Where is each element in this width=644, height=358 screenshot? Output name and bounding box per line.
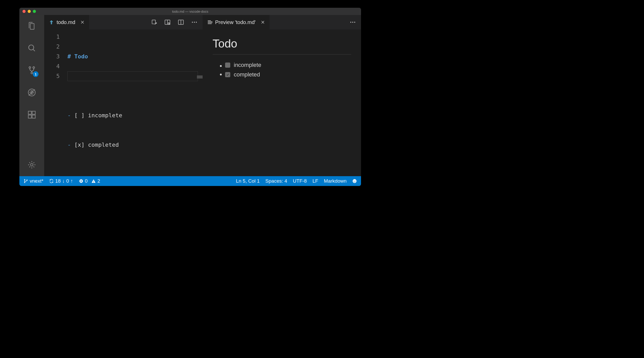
overview-ruler-mark: [197, 75, 203, 79]
svg-point-28: [352, 22, 353, 23]
tab-preview[interactable]: Preview 'todo.md': [203, 15, 270, 29]
search-icon[interactable]: [26, 42, 38, 54]
md-heading-marker: #: [67, 53, 74, 60]
status-sync[interactable]: 18↓ 0↑: [49, 178, 73, 184]
warning-count: 2: [97, 178, 100, 184]
tabs-row-right: Preview 'todo.md': [203, 15, 361, 29]
svg-point-32: [27, 180, 27, 181]
svg-rect-14: [152, 20, 155, 24]
tab-close-icon[interactable]: [260, 19, 266, 25]
svg-line-1: [33, 49, 35, 51]
svg-point-38: [353, 179, 357, 183]
svg-rect-10: [32, 111, 35, 114]
line-gutter: 1 2 3 4 5: [44, 29, 67, 176]
window-maximize-button[interactable]: [33, 10, 36, 13]
source-control-icon[interactable]: 1: [26, 64, 38, 76]
checkbox-unchecked-icon: [225, 63, 230, 68]
arrow-up-icon: ↑: [71, 178, 73, 184]
svg-point-11: [30, 164, 33, 166]
status-language[interactable]: Markdown: [324, 178, 347, 184]
md-heading-text: Todo: [74, 53, 88, 60]
tab-label: todo.md: [57, 19, 75, 25]
window-close-button[interactable]: [22, 10, 26, 13]
preview-heading: Todo: [213, 37, 351, 55]
status-problems[interactable]: 0 2: [79, 178, 100, 184]
status-left: vnext* 18↓ 0↑ 0 2: [24, 178, 100, 184]
code-editor[interactable]: 1 2 3 4 5 # Todo - [ ] incomplete - [x] …: [44, 29, 203, 176]
svg-point-22: [192, 22, 193, 23]
scm-badge: 1: [33, 71, 39, 77]
editor-actions-right: [349, 15, 361, 29]
extensions-icon[interactable]: [26, 108, 38, 121]
code-text: [x] completed: [74, 142, 119, 148]
more-actions-icon[interactable]: [349, 19, 356, 26]
svg-point-23: [194, 22, 195, 23]
list-item: incomplete: [225, 62, 351, 68]
line-number: 5: [44, 71, 60, 81]
checkbox-checked-icon: [225, 72, 230, 77]
line-number: 4: [44, 61, 60, 71]
code-content: # Todo - [ ] incomplete - [x] completed: [67, 29, 203, 176]
arrow-down-icon: ↓: [62, 178, 65, 184]
window-minimize-button[interactable]: [28, 10, 31, 13]
main-body: 1 todo.md: [19, 15, 361, 176]
svg-rect-9: [32, 115, 35, 118]
preview-list: incomplete completed: [213, 62, 351, 78]
feedback-smiley-icon[interactable]: [352, 179, 357, 183]
svg-point-4: [31, 72, 33, 74]
svg-point-24: [196, 22, 197, 23]
list-item-label: incomplete: [234, 62, 261, 68]
md-bullet: -: [67, 112, 74, 119]
status-cursor[interactable]: Ln 5, Col 1: [236, 178, 260, 184]
status-branch[interactable]: vnext*: [24, 178, 43, 184]
sync-incoming: 18: [55, 178, 61, 184]
split-editor-icon[interactable]: [177, 19, 185, 26]
sync-outgoing: 0: [66, 178, 69, 184]
tab-todo-md[interactable]: todo.md: [44, 15, 89, 29]
tab-close-icon[interactable]: [79, 19, 86, 25]
tabs-row-left: todo.md: [44, 15, 203, 29]
activity-bar: 1: [19, 15, 44, 176]
md-bullet: -: [67, 142, 74, 148]
tab-label: Preview 'todo.md': [215, 19, 256, 25]
editor-actions-left: [150, 15, 203, 29]
traffic-lights: [22, 10, 36, 13]
svg-point-40: [355, 180, 356, 181]
svg-point-31: [24, 182, 25, 183]
svg-point-2: [29, 67, 31, 68]
titlebar: todo.md — vscode-docs: [19, 8, 361, 15]
svg-point-39: [354, 180, 354, 181]
svg-rect-8: [28, 115, 32, 118]
explorer-icon[interactable]: [26, 20, 38, 32]
svg-point-18: [168, 23, 169, 24]
status-encoding[interactable]: UTF-8: [293, 178, 307, 184]
code-text: [ ] incomplete: [74, 112, 122, 119]
svg-point-27: [350, 22, 351, 23]
svg-point-0: [29, 45, 34, 50]
status-indent[interactable]: Spaces: 4: [265, 178, 287, 184]
open-changes-icon[interactable]: [150, 19, 158, 26]
preview-icon: [208, 20, 213, 25]
svg-point-3: [33, 67, 35, 68]
list-item: completed: [225, 71, 351, 78]
list-item-label: completed: [234, 71, 260, 78]
editor-pane-source: todo.md: [44, 15, 203, 176]
open-preview-side-icon[interactable]: [164, 19, 171, 26]
window-title: todo.md — vscode-docs: [19, 10, 361, 13]
svg-rect-7: [28, 111, 32, 114]
branch-name: vnext*: [30, 178, 43, 184]
svg-point-37: [93, 182, 94, 183]
settings-gear-icon[interactable]: [26, 159, 38, 171]
svg-point-29: [354, 22, 355, 23]
status-bar: vnext* 18↓ 0↑ 0 2 Ln 5, Col 1 Spaces: 4 …: [19, 176, 361, 186]
line-number: 2: [44, 42, 60, 52]
svg-point-30: [24, 179, 25, 180]
markdown-file-icon: [49, 20, 54, 25]
more-actions-icon[interactable]: [191, 19, 198, 26]
markdown-preview[interactable]: Todo incomplete: [203, 29, 361, 176]
debug-icon[interactable]: [26, 86, 38, 99]
status-eol[interactable]: LF: [312, 178, 318, 184]
line-number: 1: [44, 32, 60, 42]
status-right: Ln 5, Col 1 Spaces: 4 UTF-8 LF Markdown: [236, 178, 357, 184]
editor-split: todo.md: [44, 15, 361, 176]
